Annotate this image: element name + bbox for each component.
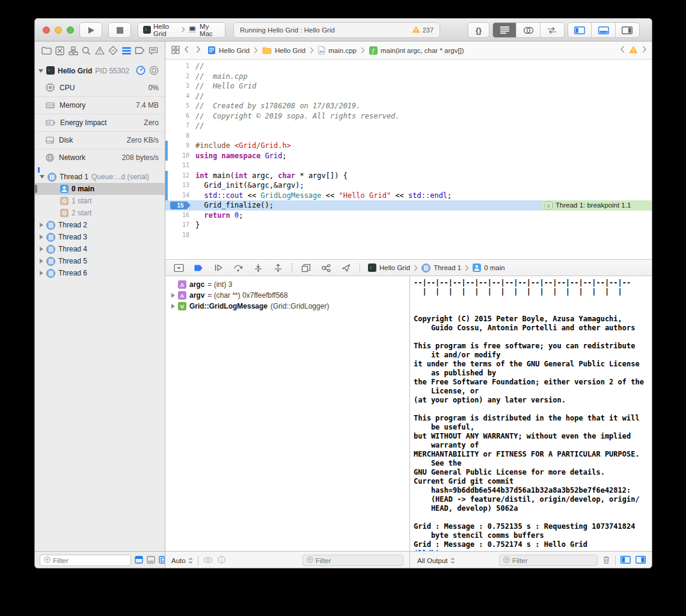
activity-viewer[interactable]: Running Hello Grid : Hello Grid 237 [233,22,440,38]
process-row[interactable]: Hello Grid PID 55302 [35,63,165,79]
disclosure-triangle-icon[interactable] [40,175,44,179]
titlebar[interactable]: Hello Grid My Mac Running Hello Grid : H… [35,19,652,42]
issue-warning-icon[interactable] [629,46,638,55]
run-button[interactable] [79,22,102,38]
filter-running-icon[interactable] [135,556,143,565]
disclosure-triangle-icon[interactable] [40,247,43,251]
line-number[interactable]: 1 [165,61,189,72]
thread-row[interactable]: Thread 5 [35,255,165,267]
jumpbar-crumb[interactable]: Hello Grid [262,46,305,54]
code-line[interactable]: 11 [165,161,652,171]
continue-execution-icon[interactable] [212,262,224,274]
thread-row[interactable]: Thread 4 [35,243,165,255]
line-number[interactable]: 13 [165,180,189,191]
thread-row[interactable]: Thread 3 [35,231,165,243]
jumpbar-crumb[interactable]: fmain(int argc, char * argv[]) [369,46,464,55]
disclosure-triangle-icon[interactable] [38,69,43,73]
debug-view-hierarchy-icon[interactable] [300,262,312,274]
code-line[interactable]: 12int main(int argc, char * argv[]) { [165,171,652,181]
disclosure-triangle-icon[interactable] [171,304,175,309]
code-line[interactable]: 7// [165,121,652,131]
debugbar-crumb[interactable]: Hello Grid [368,263,410,272]
gauge-view-icon[interactable] [136,66,145,77]
line-number[interactable]: 9 [165,141,189,151]
toggle-inspector-button[interactable] [616,23,639,37]
navigator-filter-input[interactable] [53,557,127,564]
step-out-icon[interactable] [272,262,284,274]
variable-row[interactable]: Aargv= (char **) 0x7ffeefbff568 [165,290,409,301]
line-number[interactable]: 3 [165,81,189,91]
tab-find-navigator-icon[interactable] [81,45,93,57]
line-number[interactable]: 16 [165,211,189,221]
quick-look-icon[interactable] [203,556,213,565]
toggle-navigator-button[interactable] [568,23,592,37]
code-line[interactable]: 10using namespace Grid; [165,151,652,161]
breakpoints-toggle-icon[interactable] [192,262,204,274]
console-filter-field[interactable] [499,555,598,566]
toggle-debug-area-button[interactable] [592,23,615,37]
stack-frame-row[interactable]: 0 main [35,183,165,195]
variables-scope-popup[interactable]: Auto [171,557,193,564]
simulate-location-icon[interactable] [340,262,352,274]
zoom-window-button[interactable] [67,26,74,34]
stack-frame-row[interactable]: 1 start [35,195,165,207]
code-line[interactable]: 1// [165,61,652,72]
line-number[interactable]: 6 [165,111,189,122]
thread-row[interactable]: Thread 1Queue:...d (serial) [35,171,165,183]
thread-view-icon[interactable] [149,66,159,77]
tab-report-navigator-icon[interactable] [147,45,159,57]
tab-test-navigator-icon[interactable] [107,45,119,57]
hide-debug-area-icon[interactable] [173,262,185,274]
disclosure-triangle-icon[interactable] [40,271,43,276]
warning-count-badge[interactable]: 237 [412,26,433,34]
code-line[interactable]: 16 return 0; [165,211,652,221]
next-issue-icon[interactable] [642,46,647,55]
code-line[interactable]: 8 [165,131,652,141]
variables-filter-input[interactable] [316,557,399,564]
tab-source-control-icon[interactable] [54,45,66,57]
source-editor[interactable]: 1//2// main.cpp3// Hello Grid4//5// Crea… [165,60,652,259]
clear-console-icon[interactable] [602,555,610,565]
console-output-popup[interactable]: All Output [417,557,455,564]
disclosure-triangle-icon[interactable] [171,293,175,298]
tab-issue-navigator-icon[interactable] [94,45,106,57]
gauge-row[interactable]: Network208 bytes/s [35,149,165,166]
toggle-variables-view-icon[interactable] [620,556,631,565]
debugbar-crumb[interactable]: Thread 1 [421,263,461,273]
console-output[interactable]: --|--|--|--|--|--|--|--|--|--|--|--|--|-… [410,276,652,551]
tab-project-navigator-icon[interactable] [40,45,52,57]
line-number[interactable]: 5 [165,101,189,111]
line-number[interactable]: 2 [165,72,189,82]
version-editor-button[interactable] [541,23,564,37]
info-icon[interactable] [218,556,225,565]
go-back-icon[interactable] [184,46,189,55]
line-number[interactable]: 18 [165,230,189,241]
disclosure-triangle-icon[interactable] [40,235,43,239]
scheme-selector[interactable]: Hello Grid My Mac [138,22,225,38]
gauge-row[interactable]: Energy ImpactZero [35,114,165,131]
code-line[interactable]: 18 [165,230,652,241]
line-number[interactable]: 11 [165,161,189,171]
gauge-row[interactable]: Memory7.4 MB [35,96,165,114]
minimize-window-button[interactable] [55,26,62,34]
stop-button[interactable] [108,22,131,38]
variables-filter-field[interactable] [302,555,403,566]
jumpbar-crumb[interactable]: Hello Grid [207,46,250,55]
filter-flagged-icon[interactable] [147,556,155,565]
tab-debug-navigator-icon[interactable] [121,45,133,57]
variable-row[interactable]: Aargc= (int) 3 [165,279,409,290]
breakpoint-badge[interactable]: 15 [170,202,191,210]
gauge-row[interactable]: CPU0% [35,79,165,96]
tab-breakpoint-navigator-icon[interactable] [134,45,146,57]
assistant-editor-button[interactable] [516,23,540,37]
gauge-row[interactable]: DiskZero KB/s [35,131,165,149]
debugbar-crumb[interactable]: 0 main [473,263,505,272]
variables-view[interactable]: Aargc= (int) 3Aargv= (char **) 0x7ffeefb… [165,276,409,551]
line-number[interactable]: 14 [165,191,189,201]
code-line[interactable]: 4// [165,91,652,102]
thread-row[interactable]: Thread 2 [35,219,165,231]
code-line[interactable]: 17} [165,220,652,230]
breakpoint-annotation[interactable]: Thread 1: breakpoint 1.1 [542,200,652,211]
line-number[interactable]: 8 [165,131,189,141]
code-line[interactable]: 5// Created by s1786208 on 17/03/2019. [165,101,652,111]
